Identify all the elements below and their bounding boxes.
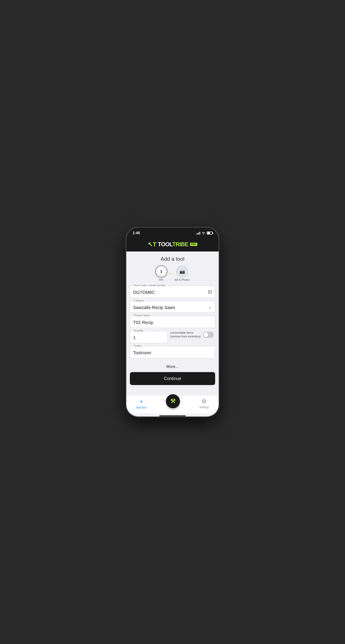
step-info-label: Info — [159, 278, 163, 281]
add-tool-label: Add Tool — [136, 406, 146, 409]
wifi-icon — [201, 232, 205, 234]
scan-code-label: Scan Code / Serial Number — [133, 284, 167, 287]
category-select[interactable]: Sawzalls-Recip Saws Power Drills Grinder… — [130, 301, 215, 312]
step-info-wrapper: ℹ Info — [155, 266, 167, 281]
step-connector-icon: — — [169, 271, 173, 276]
project-input[interactable] — [130, 346, 215, 358]
app-header: ↖T TOOLTRIBE PRO — [126, 238, 219, 252]
quantity-input[interactable] — [130, 331, 167, 343]
consumable-box: consumable items(remove from inventory) — [170, 331, 215, 338]
product-name-label: Product Name — [133, 314, 151, 317]
logo-tool: TOOL — [158, 241, 172, 248]
phone-frame: 1:46 ↖T TOOLTRIBE — [126, 228, 219, 416]
product-name-field: Product Name — [130, 316, 215, 328]
quantity-label: Quantity — [133, 329, 144, 332]
toggle-slider — [203, 332, 214, 338]
status-time: 1:46 — [133, 231, 140, 235]
nav-add-tool[interactable]: ＋ Add Tool — [136, 398, 146, 409]
main-content: Add a tool ℹ Info — 📷 Id# & Photos — [126, 252, 219, 395]
consumable-label: consumable items(remove from inventory) — [170, 331, 201, 338]
scan-code-input[interactable] — [130, 286, 205, 298]
step-indicators: ℹ Info — 📷 Id# & Photos — [126, 266, 219, 281]
screen: 1:46 ↖T TOOLTRIBE — [126, 228, 219, 416]
add-tool-icon: ＋ — [138, 398, 144, 405]
more-link[interactable]: More... — [126, 361, 219, 372]
scan-code-field: Scan Code / Serial Number ⊟ — [130, 286, 215, 298]
quantity-consumable-row: Quantity consumable items(remove from in… — [126, 331, 219, 343]
step-photos-circle[interactable]: 📷 — [176, 266, 188, 278]
nav-home-button[interactable]: ⚒ — [166, 394, 180, 408]
step-photos-wrapper: 📷 Id# & Photos — [175, 266, 190, 281]
bottom-nav: ＋ Add Tool ⚒ ⚙ Settings — [126, 395, 219, 414]
step-photos-label: Id# & Photos — [175, 278, 190, 281]
project-field: Project — [130, 346, 215, 358]
camera-icon: 📷 — [180, 269, 185, 274]
home-indicator — [159, 415, 186, 416]
barcode-icon[interactable]: ⊟ — [205, 289, 215, 295]
page-title: Add a tool — [126, 252, 219, 266]
scan-code-input-wrapper: ⊟ — [130, 286, 215, 298]
home-tool-icon: ⚒ — [170, 398, 175, 404]
nav-settings[interactable]: ⚙ Settings — [199, 398, 209, 409]
signal-bars-icon — [196, 232, 200, 234]
category-field: Category Sawzalls-Recip Saws Power Drill… — [130, 301, 215, 313]
consumable-toggle[interactable] — [203, 332, 214, 338]
product-name-input[interactable] — [130, 316, 215, 328]
info-icon: ℹ — [160, 269, 162, 274]
step-info-circle[interactable]: ℹ — [155, 266, 167, 278]
settings-label: Settings — [199, 406, 209, 409]
logo-pro-badge: PRO — [190, 243, 197, 246]
status-icons — [196, 232, 212, 234]
logo-tribe: TRIBE — [172, 241, 188, 248]
continue-button[interactable]: Continue — [130, 372, 215, 385]
quantity-field: Quantity — [130, 331, 168, 343]
settings-icon: ⚙ — [201, 398, 207, 405]
logo-arrow-icon: ↖T — [148, 241, 156, 248]
logo: ↖T TOOLTRIBE PRO — [148, 241, 197, 248]
category-label: Category — [133, 299, 145, 302]
project-label: Project — [133, 344, 143, 347]
notch — [158, 228, 187, 235]
logo-text: TOOLTRIBE — [158, 241, 188, 248]
battery-icon — [207, 232, 212, 234]
